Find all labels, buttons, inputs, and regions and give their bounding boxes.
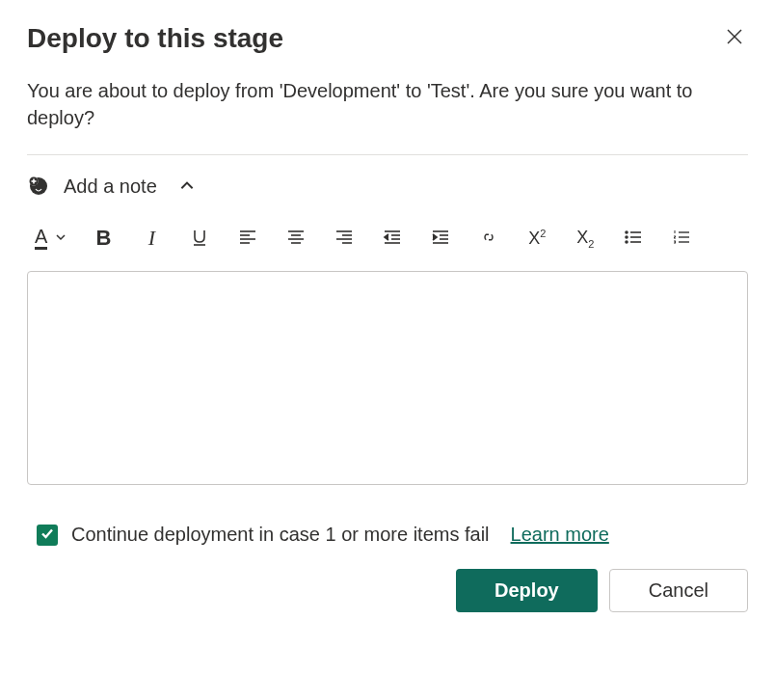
bold-icon: B xyxy=(95,226,111,251)
bold-button[interactable]: B xyxy=(92,225,115,252)
italic-button[interactable]: I xyxy=(140,225,163,252)
svg-point-28 xyxy=(626,231,628,233)
close-button[interactable] xyxy=(721,23,748,53)
decrease-indent-button[interactable] xyxy=(381,225,404,252)
italic-icon: I xyxy=(148,226,155,251)
cancel-button[interactable]: Cancel xyxy=(609,569,748,612)
align-left-icon xyxy=(238,228,257,250)
editor-toolbar: A B I xyxy=(27,225,748,271)
dialog-footer: Deploy Cancel xyxy=(27,569,748,612)
continue-on-fail-label: Continue deployment in case 1 or more it… xyxy=(71,524,490,546)
deploy-button[interactable]: Deploy xyxy=(456,569,598,612)
divider xyxy=(27,154,748,155)
dialog-header: Deploy to this stage xyxy=(27,23,748,54)
subscript-button[interactable]: X2 xyxy=(574,225,597,252)
note-editor[interactable] xyxy=(27,271,748,485)
link-icon xyxy=(478,227,499,251)
font-color-icon: A xyxy=(35,227,47,250)
underline-icon xyxy=(190,228,209,250)
align-center-button[interactable] xyxy=(284,225,307,252)
align-left-button[interactable] xyxy=(236,225,259,252)
decrease-indent-icon xyxy=(383,228,402,250)
dialog-title: Deploy to this stage xyxy=(27,23,283,54)
superscript-button[interactable]: X2 xyxy=(525,225,548,252)
close-icon xyxy=(725,27,744,49)
underline-button[interactable] xyxy=(188,225,211,252)
link-button[interactable] xyxy=(477,225,500,252)
svg-point-32 xyxy=(626,241,628,243)
learn-more-link[interactable]: Learn more xyxy=(511,524,609,546)
increase-indent-button[interactable] xyxy=(429,225,452,252)
dialog-description: You are about to deploy from 'Developmen… xyxy=(27,77,748,131)
align-right-icon xyxy=(334,228,354,250)
chevron-down-icon xyxy=(55,231,67,246)
note-icon xyxy=(27,175,50,198)
chevron-up-icon xyxy=(178,177,196,195)
superscript-icon: X2 xyxy=(528,228,546,249)
continue-on-fail-row: Continue deployment in case 1 or more it… xyxy=(27,524,748,546)
align-right-button[interactable] xyxy=(333,225,356,252)
svg-point-30 xyxy=(626,236,628,238)
add-note-toggle[interactable]: Add a note xyxy=(27,175,748,198)
align-center-icon xyxy=(286,228,306,250)
number-list-icon xyxy=(672,228,691,250)
add-note-label: Add a note xyxy=(64,175,157,198)
checkmark-icon xyxy=(40,525,55,545)
bullet-list-icon xyxy=(624,228,643,250)
continue-on-fail-checkbox[interactable] xyxy=(37,525,58,546)
subscript-icon: X2 xyxy=(576,228,594,250)
font-color-button[interactable]: A xyxy=(35,225,67,252)
increase-indent-icon xyxy=(431,228,450,250)
bullet-list-button[interactable] xyxy=(622,225,645,252)
number-list-button[interactable] xyxy=(670,225,693,252)
